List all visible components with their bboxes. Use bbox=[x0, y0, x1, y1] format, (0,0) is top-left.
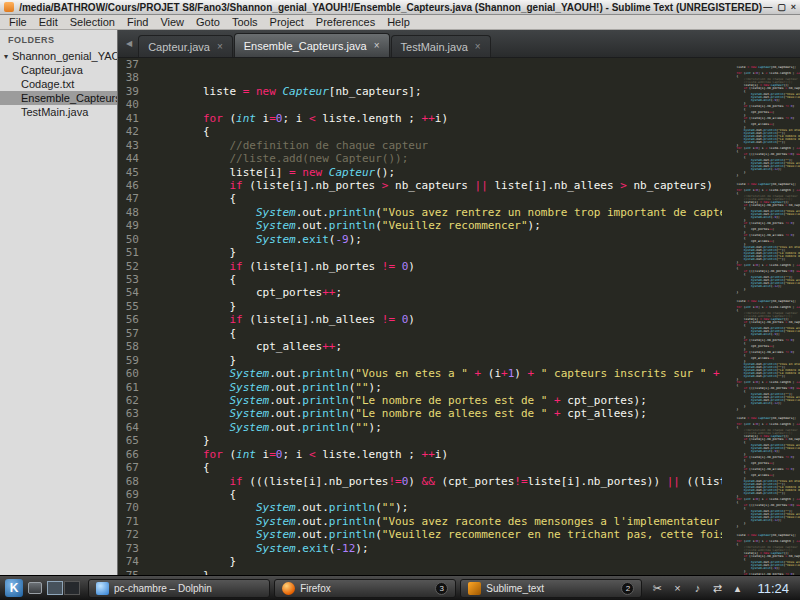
code-line[interactable]: 62 System.out.println("Le nombre de port… bbox=[118, 394, 722, 407]
code-line[interactable]: 40 bbox=[118, 98, 722, 111]
code-line[interactable]: 43 //definition de chaque capteur bbox=[118, 139, 722, 152]
kde-menu-button[interactable]: K bbox=[5, 579, 23, 597]
network-icon[interactable]: ⇄ bbox=[710, 582, 724, 595]
menu-edit[interactable]: Edit bbox=[33, 16, 64, 28]
menu-goto[interactable]: Goto bbox=[190, 16, 226, 28]
code-line[interactable]: 55 } bbox=[118, 300, 722, 313]
code-line[interactable]: 39 liste = new Capteur[nb_capteurs]; bbox=[118, 85, 722, 98]
menu-project[interactable]: Project bbox=[264, 16, 310, 28]
tab-scroll-left-icon[interactable]: ◀ bbox=[120, 39, 138, 48]
task-button-dolphin[interactable]: pc-chambre – Dolphin bbox=[88, 579, 270, 598]
code-line[interactable]: 71 System.out.println("Vous avez raconte… bbox=[118, 515, 722, 528]
code-text: { bbox=[150, 327, 236, 340]
tab-label: TestMain.java bbox=[401, 41, 468, 53]
code-line[interactable]: 56 if (liste[i].nb_allees != 0) bbox=[118, 313, 722, 326]
sidebar-item-capteur.java[interactable]: Capteur.java bbox=[0, 63, 117, 77]
tab-capteur.java[interactable]: Capteur.java× bbox=[138, 35, 233, 57]
menu-find[interactable]: Find bbox=[121, 16, 154, 28]
code-text: //definition de chaque capteur bbox=[150, 139, 428, 152]
code-line[interactable]: 48 System.out.println("Vous avez rentrez… bbox=[118, 206, 722, 219]
code-text: } bbox=[150, 300, 236, 313]
pager-desktop-2[interactable] bbox=[64, 581, 80, 595]
dolphin-icon bbox=[96, 582, 109, 595]
code-line[interactable]: 63 System.out.println("Le nombre de alle… bbox=[118, 407, 722, 420]
code-line[interactable]: 69 { bbox=[118, 488, 722, 501]
line-number: 69 bbox=[118, 488, 150, 501]
mute-icon[interactable]: × bbox=[670, 582, 684, 594]
code-line[interactable]: 45 liste[i] = new Capteur(); bbox=[118, 166, 722, 179]
tab-close-icon[interactable]: × bbox=[374, 40, 380, 51]
code-line[interactable]: 57 { bbox=[118, 327, 722, 340]
code-line[interactable]: 52 if (liste[i].nb_portes != 0) bbox=[118, 260, 722, 273]
taskbar-clock[interactable]: 11:24 bbox=[749, 581, 795, 596]
code-text: System.out.println("Vous avez rentrez un… bbox=[150, 206, 722, 219]
code-text: if (liste[i].nb_allees != 0) bbox=[150, 313, 415, 326]
code-text: liste[i] = new Capteur(); bbox=[150, 166, 395, 179]
menu-preferences[interactable]: Preferences bbox=[310, 16, 381, 28]
code-line[interactable]: 74 } bbox=[118, 555, 722, 568]
code-line[interactable]: 58 cpt_allees++; bbox=[118, 340, 722, 353]
line-number: 59 bbox=[118, 354, 150, 367]
code-line[interactable]: 64 System.out.println(""); bbox=[118, 421, 722, 434]
root-folder-label: Shannon_genial_YAOUH bbox=[12, 50, 118, 62]
tab-testmain.java[interactable]: TestMain.java× bbox=[391, 35, 491, 57]
sidebar-root-folder[interactable]: ▾ Shannon_genial_YAOUH bbox=[0, 49, 117, 63]
line-number: 41 bbox=[118, 112, 150, 125]
tab-close-icon[interactable]: × bbox=[217, 41, 223, 52]
code-line[interactable]: 60 System.out.println("Vous en etes a " … bbox=[118, 367, 722, 380]
code-line[interactable]: 73 System.exit(-12); bbox=[118, 542, 722, 555]
desktop: /media/BATHROW/Cours/PROJET S8/Fano3/Sha… bbox=[0, 0, 800, 600]
code-line[interactable]: 61 System.out.println(""); bbox=[118, 381, 722, 394]
close-button[interactable]: × bbox=[791, 2, 796, 12]
editor-body: 373839 liste = new Capteur[nb_capteurs];… bbox=[118, 58, 800, 575]
show-desktop-icon[interactable] bbox=[28, 582, 42, 594]
code-line[interactable]: 51 } bbox=[118, 246, 722, 259]
sidebar-item-codage.txt[interactable]: Codage.txt bbox=[0, 77, 117, 91]
code-line[interactable]: 66 for (int i=0; i < liste.length ; ++i) bbox=[118, 448, 722, 461]
code-line[interactable]: 37 bbox=[118, 58, 722, 71]
volume-icon[interactable]: ♪ bbox=[690, 582, 704, 594]
code-line[interactable]: 72 System.out.println("Veuillez recommen… bbox=[118, 528, 722, 541]
task-button-sublime[interactable]: Sublime_text2 bbox=[460, 579, 642, 598]
menu-selection[interactable]: Selection bbox=[64, 16, 121, 28]
code-line[interactable]: 67 { bbox=[118, 461, 722, 474]
line-number: 74 bbox=[118, 555, 150, 568]
tray-expand-icon[interactable]: ▴ bbox=[730, 582, 744, 595]
sidebar-item-ensemble_capteurs[interactable]: Ensemble_Capteurs bbox=[0, 91, 117, 105]
code-line[interactable]: 68 if (((liste[i].nb_portes!=0) && (cpt_… bbox=[118, 475, 722, 488]
maximize-button[interactable]: ▢ bbox=[777, 2, 786, 12]
code-line[interactable]: 44 //liste.add(new Capteur()); bbox=[118, 152, 722, 165]
menu-tools[interactable]: Tools bbox=[226, 16, 264, 28]
tab-ensemble_capteurs.java[interactable]: Ensemble_Capteurs.java× bbox=[234, 33, 390, 57]
minimize-button[interactable]: — bbox=[763, 2, 772, 12]
pager-desktop-1[interactable] bbox=[47, 581, 63, 595]
code-line[interactable]: 50 System.exit(-9); bbox=[118, 233, 722, 246]
code-line[interactable]: 38 bbox=[118, 71, 722, 84]
code-line[interactable]: 49 System.out.println("Veuillez recommen… bbox=[118, 219, 722, 232]
klipper-icon[interactable]: ✂ bbox=[650, 582, 664, 595]
code-text: for (int i=0; i < liste.length ; ++i) bbox=[150, 448, 448, 461]
menu-help[interactable]: Help bbox=[381, 16, 416, 28]
line-number: 53 bbox=[118, 273, 150, 286]
code-area[interactable]: 373839 liste = new Capteur[nb_capteurs];… bbox=[118, 58, 722, 575]
code-line[interactable]: 47 { bbox=[118, 192, 722, 205]
code-line[interactable]: 70 System.out.println(""); bbox=[118, 501, 722, 514]
code-line[interactable]: 46 if (liste[i].nb_portes > nb_capteurs … bbox=[118, 179, 722, 192]
code-text: } bbox=[150, 354, 236, 367]
window-titlebar[interactable]: /media/BATHROW/Cours/PROJET S8/Fano3/Sha… bbox=[0, 0, 800, 15]
code-line[interactable]: 65 } bbox=[118, 434, 722, 447]
code-line[interactable]: 59 } bbox=[118, 354, 722, 367]
code-line[interactable]: 54 cpt_portes++; bbox=[118, 286, 722, 299]
menu-file[interactable]: File bbox=[3, 16, 33, 28]
line-number: 70 bbox=[118, 501, 150, 514]
menu-view[interactable]: View bbox=[154, 16, 190, 28]
task-button-firefox[interactable]: Firefox3 bbox=[274, 579, 456, 598]
minimap-line: liste = new Capteur[nb_capteurs]; bbox=[722, 183, 800, 186]
code-line[interactable]: 41 for (int i=0; i < liste.length ; ++i) bbox=[118, 112, 722, 125]
code-line[interactable]: 42 { bbox=[118, 125, 722, 138]
sidebar-item-testmain.java[interactable]: TestMain.java bbox=[0, 105, 117, 119]
minimap[interactable]: liste = new Capteur[nb_capteurs]; for (i… bbox=[722, 58, 800, 575]
code-line[interactable]: 53 { bbox=[118, 273, 722, 286]
line-number: 60 bbox=[118, 367, 150, 380]
tab-close-icon[interactable]: × bbox=[475, 41, 481, 52]
